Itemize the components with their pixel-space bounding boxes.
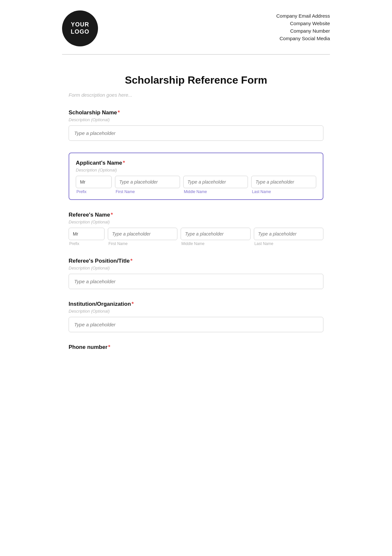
referees-position-description: Description (Optional) xyxy=(69,266,323,270)
applicant-firstname-label: First Name xyxy=(115,189,180,194)
required-star: * xyxy=(118,109,120,116)
institution-description: Description (Optional) xyxy=(69,309,323,314)
logo-line1: YOUR xyxy=(71,21,89,28)
referee-middlename-wrap: Middle Name xyxy=(181,228,250,246)
referee-middlename-input[interactable] xyxy=(181,228,250,240)
referees-position-input[interactable] xyxy=(69,274,323,289)
referees-position-label: Referee's Position/Title* xyxy=(69,258,323,264)
section-institution: Institution/Organization* Description (O… xyxy=(69,301,323,332)
applicant-prefix-label: Prefix xyxy=(76,189,112,194)
required-star-4: * xyxy=(130,258,133,264)
section-referees-name: Referee's Name* Description (Optional) P… xyxy=(69,212,323,246)
referee-firstname-wrap: First Name xyxy=(108,228,177,246)
main-content: Scholarship Reference Form Form descript… xyxy=(49,55,343,382)
form-title: Scholarship Reference Form xyxy=(69,74,323,86)
applicant-prefix-wrap: Prefix xyxy=(76,176,112,194)
referee-prefix-wrap: Prefix xyxy=(69,228,105,246)
referee-firstname-label: First Name xyxy=(108,241,177,246)
section-referees-position: Referee's Position/Title* Description (O… xyxy=(69,258,323,289)
form-description: Form description goes here... xyxy=(69,92,323,98)
referee-lastname-label: Last Name xyxy=(254,241,323,246)
referee-firstname-input[interactable] xyxy=(108,228,177,240)
company-number-label: Company Number xyxy=(276,28,330,34)
logo-line2: LOGO xyxy=(71,28,90,36)
referees-name-description: Description (Optional) xyxy=(69,220,323,224)
applicant-lastname-wrap: Last Name xyxy=(251,176,316,194)
scholarship-name-label: Scholarship Name* xyxy=(69,109,323,116)
referee-prefix-input[interactable] xyxy=(69,228,105,240)
section-phone-number: Phone number* xyxy=(69,344,323,351)
referees-name-fields: Prefix First Name Middle Name Last Name xyxy=(69,228,323,246)
applicant-lastname-input[interactable] xyxy=(251,176,316,188)
section-scholarship-name: Scholarship Name* Description (Optional) xyxy=(69,109,323,141)
applicant-prefix-input[interactable] xyxy=(76,176,112,188)
institution-label: Institution/Organization* xyxy=(69,301,323,307)
institution-input[interactable] xyxy=(69,317,323,332)
referee-lastname-input[interactable] xyxy=(254,228,323,240)
applicant-middlename-label: Middle Name xyxy=(183,189,248,194)
company-social-label: Company Social Media xyxy=(276,36,330,41)
required-star-2: * xyxy=(123,160,125,166)
scholarship-name-input[interactable] xyxy=(69,125,323,141)
applicant-firstname-input[interactable] xyxy=(115,176,180,188)
required-star-6: * xyxy=(108,344,110,350)
scholarship-name-description: Description (Optional) xyxy=(69,117,323,122)
applicant-middlename-wrap: Middle Name xyxy=(183,176,248,194)
referee-middlename-label: Middle Name xyxy=(181,241,250,246)
company-logo: YOUR LOGO xyxy=(62,10,98,46)
referee-lastname-wrap: Last Name xyxy=(254,228,323,246)
referees-name-label: Referee's Name* xyxy=(69,212,323,218)
company-info: Company Email Address Company Website Co… xyxy=(276,10,330,41)
applicants-name-description: Description (Optional) xyxy=(76,168,316,172)
applicants-name-label: Applicant's Name* xyxy=(76,160,316,166)
applicants-name-fields: Prefix First Name Middle Name Last Name xyxy=(76,176,316,194)
applicant-lastname-label: Last Name xyxy=(251,189,316,194)
required-star-5: * xyxy=(132,301,134,307)
section-applicants-name: Applicant's Name* Description (Optional)… xyxy=(69,153,323,200)
referee-prefix-label: Prefix xyxy=(69,241,105,246)
company-email-label: Company Email Address xyxy=(276,13,330,19)
applicant-middlename-input[interactable] xyxy=(183,176,248,188)
phone-number-label: Phone number* xyxy=(69,344,323,351)
page-header: YOUR LOGO Company Email Address Company … xyxy=(49,0,343,54)
required-star-3: * xyxy=(111,212,113,218)
company-website-label: Company Website xyxy=(276,21,330,26)
applicant-firstname-wrap: First Name xyxy=(115,176,180,194)
